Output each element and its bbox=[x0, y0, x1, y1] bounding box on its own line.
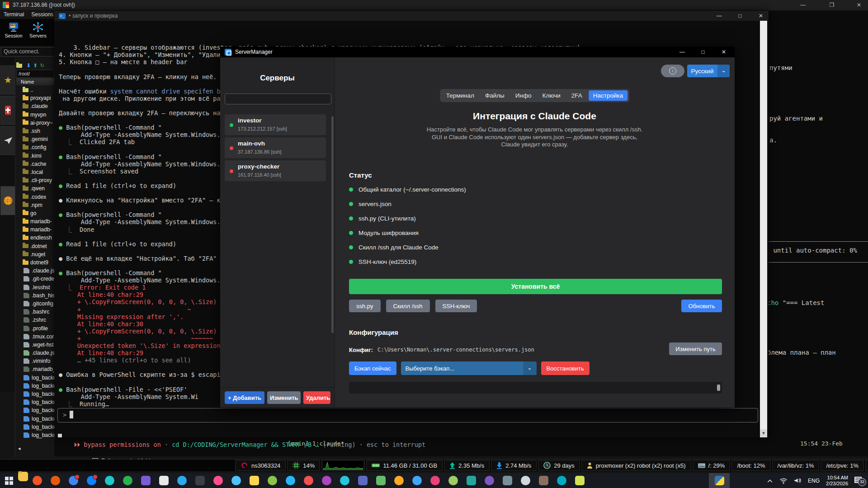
file-tree-item[interactable]: .ssh bbox=[16, 127, 54, 135]
taskbar-app-button[interactable] bbox=[64, 473, 82, 488]
file-tree-item[interactable]: .claude bbox=[16, 102, 54, 110]
taskbar-app-button[interactable] bbox=[335, 473, 354, 488]
file-tree-item[interactable]: proxyapi bbox=[16, 94, 54, 102]
restore-button[interactable]: Восстановить bbox=[541, 361, 590, 375]
taskbar-app-button[interactable] bbox=[281, 473, 299, 488]
file-tree-item[interactable]: myvpn bbox=[16, 111, 54, 119]
menu-item[interactable]: Terminal bbox=[4, 11, 24, 18]
tab[interactable]: 2FA bbox=[567, 90, 587, 101]
minimize-icon[interactable]: — bbox=[673, 47, 692, 57]
tools-dock-button[interactable] bbox=[0, 96, 15, 125]
file-tree-item[interactable]: log_backu bbox=[16, 423, 54, 431]
change-path-button[interactable]: Изменить путь bbox=[669, 343, 722, 355]
taskbar-app-button[interactable] bbox=[354, 473, 372, 488]
servers-button[interactable]: Servers bbox=[26, 21, 50, 45]
tab[interactable]: Ключи bbox=[538, 90, 565, 101]
file-tree-item[interactable]: .lesshst bbox=[16, 283, 54, 291]
active-app-button[interactable] bbox=[709, 473, 730, 488]
backup-now-button[interactable]: Бэкап сейчас bbox=[349, 361, 396, 375]
maximize-icon[interactable]: □ bbox=[693, 47, 712, 57]
name-column-header[interactable]: Name bbox=[16, 78, 59, 85]
taskbar-app-button[interactable] bbox=[426, 473, 444, 488]
file-tree-item[interactable]: .viminfo bbox=[16, 357, 54, 365]
tray-expand-icon[interactable] bbox=[767, 479, 773, 483]
upload-icon[interactable]: ⬆ bbox=[33, 62, 38, 69]
claude-input-box[interactable]: > bbox=[57, 408, 758, 422]
taskbar-app-button[interactable] bbox=[100, 473, 118, 488]
file-tree-item[interactable]: .mariadb_ bbox=[16, 365, 54, 373]
file-tree-item[interactable]: .dotnet bbox=[16, 242, 54, 250]
taskbar-app-button[interactable] bbox=[299, 473, 317, 488]
favorites-dock-button[interactable]: ★ bbox=[0, 66, 15, 94]
language-select[interactable]: Русский ⌄ bbox=[687, 65, 730, 77]
current-path-field[interactable]: /root/ bbox=[16, 70, 54, 78]
file-tree-item[interactable]: .nuget bbox=[16, 250, 54, 258]
taskbar-app-button[interactable] bbox=[552, 473, 571, 488]
file-tree-item[interactable]: .wget-hst bbox=[16, 341, 54, 349]
file-tree-item[interactable]: endlessh bbox=[16, 234, 54, 242]
sidebar-scrollbar[interactable] bbox=[331, 116, 334, 333]
file-tree-item[interactable]: log_backu bbox=[16, 406, 54, 414]
taskbar-app-button[interactable] bbox=[155, 473, 173, 488]
taskbar-app-button[interactable] bbox=[18, 473, 28, 480]
taskbar-app-button[interactable] bbox=[191, 473, 209, 488]
refresh-button[interactable]: Обновить bbox=[681, 300, 722, 312]
scrollbar-thumb[interactable] bbox=[717, 385, 720, 391]
taskbar-app-button[interactable] bbox=[227, 473, 245, 488]
volume-icon[interactable] bbox=[794, 477, 802, 484]
scroll-left-arrow-icon[interactable]: ◂ bbox=[18, 446, 21, 451]
taskbar-app-button[interactable] bbox=[480, 473, 498, 488]
component-button[interactable]: Скилл /ssh bbox=[386, 300, 430, 312]
file-tree-item[interactable]: .local bbox=[16, 168, 54, 176]
server-list-item[interactable]: main-ovh 37.187.136.86 [ssh] bbox=[225, 137, 326, 158]
taskbar-app-button[interactable] bbox=[137, 473, 155, 488]
file-tree-item[interactable]: .kimi bbox=[16, 152, 54, 160]
server-list-item[interactable]: investor 173.212.212.157 [ssh] bbox=[225, 114, 326, 135]
quick-connect-input[interactable]: Quick connect. bbox=[1, 47, 55, 56]
install-all-button[interactable]: Установить всё bbox=[349, 279, 722, 294]
file-tree-item[interactable]: .cli-proxy bbox=[16, 176, 54, 184]
download-icon[interactable]: ⬇ bbox=[26, 62, 31, 69]
file-tree-item[interactable]: log_backu bbox=[16, 374, 54, 382]
file-tree-item[interactable]: .gemini bbox=[16, 135, 54, 143]
menu-item[interactable]: Sessions bbox=[31, 11, 53, 18]
taskbar-app-button[interactable] bbox=[534, 473, 552, 488]
file-tree-item[interactable]: .bash_his bbox=[16, 291, 54, 300]
taskbar-app-button[interactable] bbox=[245, 473, 263, 488]
file-tree-item[interactable]: mariadb- bbox=[16, 225, 54, 234]
terminal-scrollbar[interactable]: ▼ bbox=[760, 21, 767, 437]
tab[interactable]: Терминал bbox=[442, 90, 479, 101]
file-tree-item[interactable]: dotnet9 bbox=[16, 258, 54, 267]
taskbar-app-button[interactable] bbox=[444, 473, 462, 488]
file-tree-item[interactable]: log_backu bbox=[16, 431, 54, 439]
file-tree-item[interactable]: .gitconfig bbox=[16, 300, 54, 308]
component-button[interactable]: SSH-ключ bbox=[435, 300, 477, 312]
file-tree-item[interactable]: .profile bbox=[16, 324, 54, 332]
maximize-icon[interactable]: □ bbox=[731, 11, 749, 21]
close-icon[interactable]: ✕ bbox=[752, 11, 769, 21]
file-tree-item[interactable]: .codex bbox=[16, 192, 54, 201]
file-tree-item[interactable]: .config bbox=[16, 143, 54, 151]
notification-center-button[interactable]: 32 bbox=[854, 477, 864, 485]
taskbar-app-button[interactable] bbox=[571, 473, 589, 488]
taskbar-app-button[interactable] bbox=[317, 473, 335, 488]
tab[interactable]: Файлы bbox=[481, 90, 509, 101]
backup-select[interactable]: Выберите бэкап... ⌄ bbox=[401, 361, 537, 375]
file-tree-item[interactable]: log_backu bbox=[16, 382, 54, 390]
taskbar-app-button[interactable] bbox=[372, 473, 390, 488]
scroll-down-arrow-icon[interactable]: ▼ bbox=[760, 429, 767, 437]
file-tree-item[interactable]: log_backu bbox=[16, 398, 54, 406]
minimize-icon[interactable]: — bbox=[794, 0, 812, 10]
file-tree-item[interactable]: log_backu bbox=[16, 390, 54, 398]
server-search-input[interactable] bbox=[225, 94, 331, 104]
refresh-icon[interactable]: ↻ bbox=[40, 62, 44, 69]
close-icon[interactable]: ✕ bbox=[850, 0, 868, 10]
file-tree-item[interactable]: .npm bbox=[16, 201, 54, 209]
taskbar-app-button[interactable] bbox=[462, 473, 480, 488]
taskbar-app-button[interactable] bbox=[28, 473, 46, 488]
network-dock-button[interactable] bbox=[0, 186, 15, 215]
taskbar-clock[interactable]: 10:54 AM 2/23/2026 bbox=[826, 475, 848, 487]
tab[interactable]: Инфо bbox=[511, 90, 536, 101]
file-tree-item[interactable]: .zshrc bbox=[16, 316, 54, 324]
file-tree-item[interactable]: go bbox=[16, 209, 54, 217]
